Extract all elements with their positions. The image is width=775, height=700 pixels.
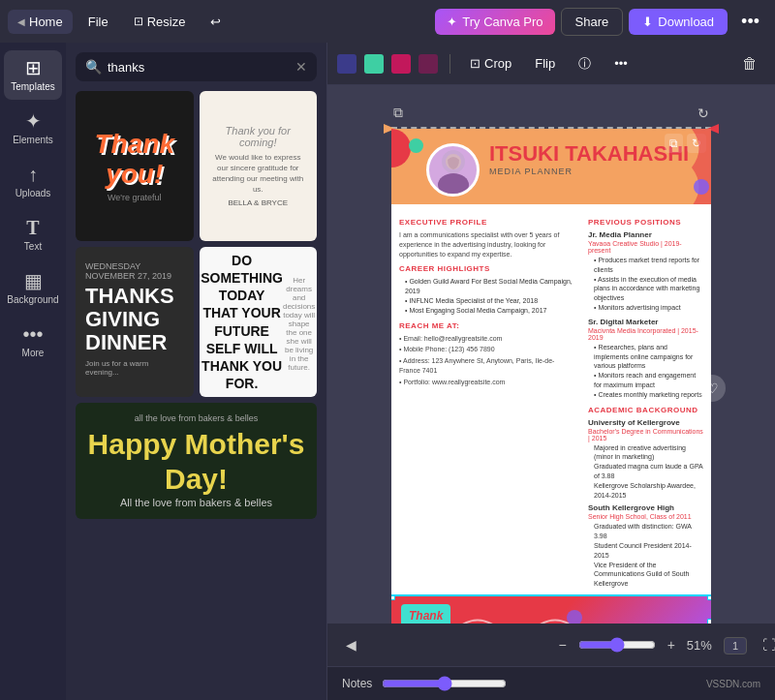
job1-company: Yavaoa Creative Studio | 2019-present xyxy=(588,240,703,254)
bottom-bar: ◀ − + 51% 1 ⛶ xyxy=(327,624,775,666)
resume-header: ⧉ ↻ xyxy=(391,129,711,204)
selection-handle-tl xyxy=(391,596,395,600)
contact-address: • Address: 123 Anywhere St, Anytown, Par… xyxy=(399,356,573,376)
color-swatch-purple[interactable] xyxy=(418,54,438,74)
notes-label: Notes xyxy=(342,677,372,690)
heart-button[interactable]: ♡ xyxy=(698,375,726,402)
resize-button[interactable]: ⊡ Resize xyxy=(124,10,196,34)
avatar xyxy=(426,143,480,197)
search-input[interactable] xyxy=(108,60,290,75)
canvas-more-button[interactable]: ••• xyxy=(606,52,636,75)
contact-email: • Email: hello@reallygreatsite.com xyxy=(399,334,573,344)
delete-button[interactable]: 🗑 xyxy=(734,51,765,76)
sidebar-item-more[interactable]: ••• More xyxy=(4,317,62,366)
template-item-happy-mothers-day[interactable]: all the love from bakers & belles Happy … xyxy=(76,403,317,519)
fullscreen-button[interactable]: ⛶ xyxy=(759,633,775,656)
search-bar: 🔍 ✕ xyxy=(76,52,317,81)
canvas-wrapper: ⧉ ↻ xyxy=(391,127,711,624)
watermark-text: VSSDN.com xyxy=(706,679,760,689)
contact-portfolio: • Portfolio: www.reallygreatsite.com xyxy=(399,378,573,387)
background-icon: ▦ xyxy=(24,271,43,290)
bottom-controls: − + 51% 1 ⛶ xyxy=(554,633,760,656)
template-thanksgiving-text: THANKS GIVING DINNER xyxy=(85,285,184,355)
job2-bullet-2: • Monitors reach and engagement for maxi… xyxy=(594,371,703,390)
career-highlights-title: CAREER HIGHLIGHTS xyxy=(399,264,573,273)
zoom-level: 51% xyxy=(687,638,712,653)
color-swatch-teal[interactable] xyxy=(364,54,384,74)
zoom-in-button[interactable]: + xyxy=(664,633,679,656)
univ-name: University of Kellergrove xyxy=(588,418,703,427)
crop-icon: ⊡ xyxy=(470,56,480,71)
copy-page-button[interactable]: ⧉ xyxy=(393,105,403,121)
sidebar-item-background[interactable]: ▦ Background xyxy=(4,263,62,313)
sidebar-item-text[interactable]: T Text xyxy=(4,210,62,259)
school-detail: Senior High School, Class of 2011 xyxy=(588,513,703,520)
univ-detail-2: Graduated magna cum laude a GPA of 3.88 xyxy=(594,462,703,481)
templates-grid: Thank you! We're grateful Thank you for … xyxy=(76,91,317,519)
home-button[interactable]: ◀ Home xyxy=(8,10,73,34)
canvas-scroll-area[interactable]: ⧉ ↻ xyxy=(327,85,775,624)
template-item-thank-you-coming[interactable]: Thank you for coming! We would like to e… xyxy=(200,91,318,241)
contact-phone: • Mobile Phone: (123) 456 7890 xyxy=(399,345,573,354)
page-indicator-button[interactable]: 1 xyxy=(720,633,751,656)
header-deco-right xyxy=(653,129,711,204)
template-item-thank-you-cursive[interactable]: Thank you! We're grateful xyxy=(76,91,194,241)
crop-button[interactable]: ⊡ Crop xyxy=(462,52,519,75)
collapse-panel-button[interactable]: ◀ xyxy=(342,633,360,656)
template-greeting-pre: all the love from bakers & belles xyxy=(135,413,259,423)
univ-scholarship: Kellergrove Scholarship Awardee, 2014-20… xyxy=(594,481,703,501)
undo-icon: ↩ xyxy=(210,15,221,29)
sidebar-item-templates[interactable]: ⊞ Templates xyxy=(4,50,62,100)
templates-icon: ⊞ xyxy=(25,58,42,77)
prev-positions-title: PREVIOUS POSITIONS xyxy=(588,218,703,227)
share-button[interactable]: Share xyxy=(561,8,624,36)
job1-bullet-3: • Monitors advertising impact xyxy=(594,303,703,313)
template-item-thanksgiving[interactable]: WEDNESDAY NOVEMBER 27, 2019 THANKS GIVIN… xyxy=(76,247,194,397)
selection-handle-tr xyxy=(707,596,711,600)
more-icon: ••• xyxy=(22,324,43,344)
template-happy-text: Happy Mother's Day! xyxy=(85,427,307,497)
more-options-button[interactable]: ••• xyxy=(733,7,767,37)
sidebar-item-elements[interactable]: ✦ Elements xyxy=(4,104,62,153)
uploads-icon: ↑ xyxy=(28,165,38,184)
canvas-toolbar: ⊡ Crop Flip ⓘ ••• 🗑 xyxy=(327,43,775,85)
try-pro-label: Try Canva Pro xyxy=(462,15,542,29)
share-label: Share xyxy=(575,15,609,29)
exec-profile-text: I am a communications specialist with ov… xyxy=(399,230,573,259)
flip-button[interactable]: Flip xyxy=(527,52,563,75)
download-button[interactable]: ⬇ Download xyxy=(629,9,728,35)
template-happy-sub: All the love from bakers & belles xyxy=(120,497,272,508)
rotate-page-button[interactable]: ↻ xyxy=(698,106,709,121)
try-pro-button[interactable]: ✦ Try Canva Pro xyxy=(435,9,554,35)
univ-detail: Majored in creative advertising (minor i… xyxy=(594,443,703,463)
undo-button[interactable]: ↩ xyxy=(201,10,231,34)
color-swatch-pink[interactable] xyxy=(391,54,411,74)
template-item-do-something[interactable]: DO SOMETHING TODAY THAT YOUR FUTURE SELF… xyxy=(200,247,318,397)
color-swatch-dark-blue[interactable] xyxy=(337,54,356,74)
deco-left-bar xyxy=(391,129,411,167)
template-coming-text: We would like to express our sincere gra… xyxy=(209,152,308,196)
resume-right-column: PREVIOUS POSITIONS Jr. Media Planner Yav… xyxy=(580,204,711,596)
clear-search-button[interactable]: ✕ xyxy=(295,59,307,75)
sidebar-item-more-label: More xyxy=(22,348,45,358)
templates-panel: 🔍 ✕ Thank you! We're grateful Thank you … xyxy=(66,43,327,700)
elements-icon: ✦ xyxy=(25,111,42,131)
exec-profile-title: EXECUTIVE PROFILE xyxy=(399,218,573,227)
crop-label: Crop xyxy=(484,56,512,71)
canvas-more-icon: ••• xyxy=(614,56,628,71)
notes-slider[interactable] xyxy=(382,676,507,691)
school-bullet-3: Vice President of the Communications Gui… xyxy=(594,561,703,589)
resume-footer[interactable]: Thank you! xyxy=(391,596,711,624)
info-button[interactable]: ⓘ xyxy=(571,51,599,76)
file-button[interactable]: File xyxy=(78,10,118,34)
sidebar-item-templates-label: Templates xyxy=(11,81,55,92)
job1-bullet-2: • Assists in the execution of media plan… xyxy=(594,275,703,303)
template-do-subtext: Her dreams and decisions today will shap… xyxy=(283,276,315,372)
resize-icon: ⊡ xyxy=(134,15,143,28)
zoom-slider[interactable] xyxy=(578,637,656,653)
career-bullet-1: • Golden Guild Award For Best Social Med… xyxy=(405,277,573,296)
template-coming-header: Thank you for coming! xyxy=(209,125,308,148)
sidebar-item-uploads[interactable]: ↑ Uploads xyxy=(4,157,62,206)
avatar-container xyxy=(426,143,480,197)
zoom-out-button[interactable]: − xyxy=(554,633,570,656)
